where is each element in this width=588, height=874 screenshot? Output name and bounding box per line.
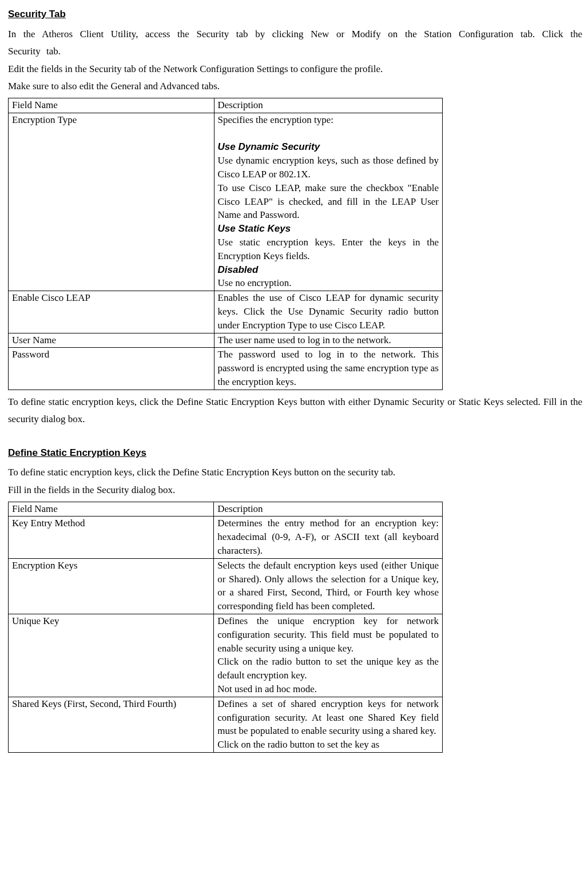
spacer bbox=[218, 127, 439, 141]
table-row: Enable Cisco LEAP Enables the use of Cis… bbox=[9, 291, 443, 333]
description-cell: Defines a set of shared encryption keys … bbox=[214, 697, 443, 752]
table-row: Encryption Keys Selects the default encr… bbox=[9, 558, 443, 614]
paragraph: To define static encryption keys, click … bbox=[8, 464, 582, 482]
description-cell: Defines the unique encryption key for ne… bbox=[214, 614, 443, 697]
security-fields-table: Field Name Description Encryption Type S… bbox=[8, 98, 443, 390]
heading-define-static-keys: Define Static Encryption Keys bbox=[8, 444, 582, 462]
desc-text: Click on the radio button to set the key… bbox=[217, 738, 439, 752]
desc-text: Specifies the encryption type: bbox=[218, 113, 439, 127]
table-row: Unique Key Defines the unique encryption… bbox=[9, 614, 443, 697]
paragraph: In the Atheros Client Utility, access th… bbox=[8, 26, 582, 61]
paragraph: Edit the fields in the Security tab of t… bbox=[8, 61, 582, 78]
table-header-field-name: Field Name bbox=[9, 502, 214, 517]
field-name-cell: Encryption Keys bbox=[9, 558, 214, 614]
desc-text: Use static encryption keys. Enter the ke… bbox=[218, 236, 439, 263]
description-cell: Determines the entry method for an encry… bbox=[214, 517, 443, 558]
field-name-cell: Shared Keys (First, Second, Third Fourth… bbox=[9, 697, 214, 752]
table-header-description: Description bbox=[214, 98, 442, 113]
table-header-field-name: Field Name bbox=[9, 98, 214, 113]
desc-text: Defines the unique encryption key for ne… bbox=[217, 614, 439, 655]
description-cell: The user name used to log in to the netw… bbox=[214, 333, 442, 348]
paragraph: Make sure to also edit the General and A… bbox=[8, 78, 582, 96]
option-label: Disabled bbox=[218, 263, 439, 277]
table-row: Field Name Description bbox=[9, 502, 443, 517]
table-header-description: Description bbox=[214, 502, 443, 517]
desc-text: Use no encryption. bbox=[218, 276, 439, 290]
table-row: Shared Keys (First, Second, Third Fourth… bbox=[9, 697, 443, 752]
option-label: Use Dynamic Security bbox=[218, 140, 439, 154]
field-name-cell: User Name bbox=[9, 333, 214, 348]
static-keys-fields-table: Field Name Description Key Entry Method … bbox=[8, 502, 443, 753]
table-row: Field Name Description bbox=[9, 98, 443, 113]
table-row: Key Entry Method Determines the entry me… bbox=[9, 517, 443, 558]
option-label: Use Static Keys bbox=[218, 222, 439, 236]
field-name-cell: Unique Key bbox=[9, 614, 214, 697]
field-name-cell: Enable Cisco LEAP bbox=[9, 291, 214, 333]
paragraph: Fill in the fields in the Security dialo… bbox=[8, 482, 582, 499]
table-row: Encryption Type Specifies the encryption… bbox=[9, 113, 443, 291]
field-name-cell: Password bbox=[9, 348, 214, 390]
description-cell: Selects the default encryption keys used… bbox=[214, 558, 443, 614]
desc-text: Click on the radio button to set the uni… bbox=[217, 655, 439, 682]
table-row: Password The password used to log in to … bbox=[9, 348, 443, 390]
description-cell: The password used to log in to the netwo… bbox=[214, 348, 442, 390]
paragraph: To define static encryption keys, click … bbox=[8, 394, 582, 428]
description-cell: Enables the use of Cisco LEAP for dynami… bbox=[214, 291, 442, 333]
field-name-cell: Encryption Type bbox=[9, 113, 214, 291]
desc-text: Not used in ad hoc mode. bbox=[217, 682, 439, 696]
desc-text: To use Cisco LEAP, make sure the checkbo… bbox=[218, 181, 439, 222]
table-row: User Name The user name used to log in t… bbox=[9, 333, 443, 348]
desc-text: Defines a set of shared encryption keys … bbox=[217, 697, 439, 738]
spacer bbox=[8, 428, 582, 444]
description-cell: Specifies the encryption type: Use Dynam… bbox=[214, 113, 442, 291]
heading-security-tab: Security Tab bbox=[8, 6, 582, 23]
desc-text: Use dynamic encryption keys, such as tho… bbox=[218, 154, 439, 181]
field-name-cell: Key Entry Method bbox=[9, 517, 214, 558]
